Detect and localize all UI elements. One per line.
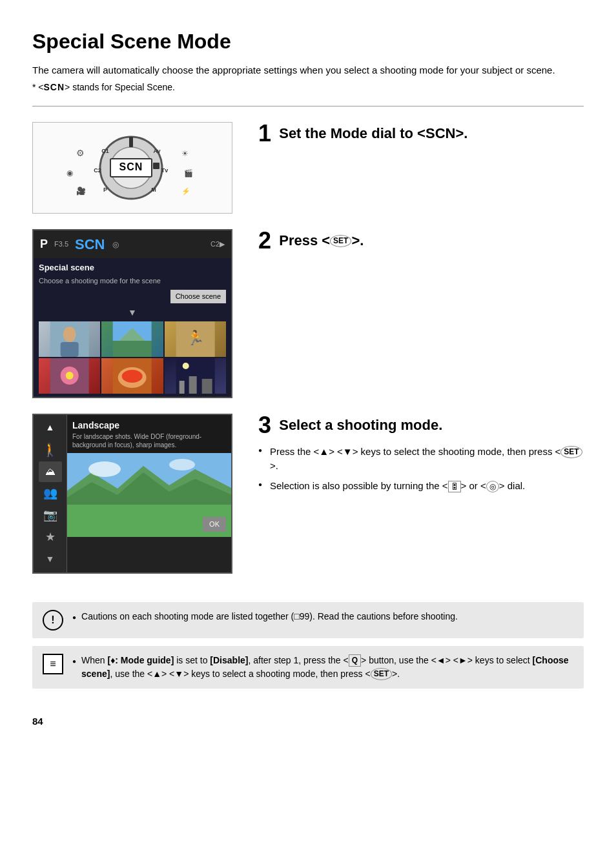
step-3-title: Select a shooting mode. (279, 416, 442, 432)
step-1-number: 1 (258, 122, 271, 145)
landscape-sidebar: ▲ 🚶 ⛰ 👥 📷 ★ ▼ (34, 415, 67, 572)
arrow-indicator: ▼ (39, 306, 226, 319)
step-3-bullets: Press the <▲> <▼> keys to select the sho… (258, 445, 584, 494)
ok-button[interactable]: OK (203, 517, 226, 532)
step-3-title-row: 3 Select a shooting mode. (258, 414, 584, 437)
step-3-bullet-2: Selection is also possible by turning th… (258, 479, 584, 494)
sidebar-icon-camera: 📷 (39, 505, 62, 526)
svg-point-29 (66, 372, 74, 379)
landscape-photo: OK (67, 453, 231, 537)
svg-text:P: P (103, 187, 107, 193)
set-key-step2: SET (330, 235, 351, 247)
caution-text: Cautions on each shooting mode are liste… (81, 610, 458, 623)
svg-text:C2: C2 (94, 167, 101, 174)
step-2-image: P F3.5 SCN ◎ C2▶ Special scene Choose a … (32, 229, 239, 398)
svg-text:⚙: ⚙ (76, 148, 85, 158)
info-icon: ≡ (43, 654, 63, 674)
svg-text:M: M (151, 187, 156, 193)
sidebar-icon-landscape: ⛰ (39, 461, 62, 482)
landscape-screen: ▲ 🚶 ⛰ 👥 📷 ★ ▼ Landscape For landscape sh… (32, 414, 232, 574)
landscape-info: Landscape For landscape shots. Wide DOF … (67, 415, 231, 453)
svg-text:Tv: Tv (161, 167, 169, 174)
page-title: Special Scene Mode (32, 26, 584, 57)
sidebar-arrow-down: ▼ (39, 549, 62, 570)
svg-rect-23 (113, 341, 152, 357)
set-key-step3a: SET (560, 446, 582, 458)
step-3-row: ▲ 🚶 ⛰ 👥 📷 ★ ▼ Landscape For landscape sh… (32, 414, 584, 574)
sidebar-icon-group: 👥 (39, 483, 62, 504)
thumb-night (165, 358, 226, 394)
info-content: When [♦: Mode guide] is set to [Disable]… (72, 654, 573, 681)
thumb-food (101, 358, 163, 394)
step-1-title: Set the Mode dial to <SCN>. (279, 125, 467, 141)
caution-content: Cautions on each shooting mode are liste… (72, 610, 573, 623)
divider (32, 106, 584, 106)
steps-container: A Av Tv M P C2 C1 SCN ⚙ ☀ ◉ 🎬 (32, 122, 584, 589)
svg-rect-37 (201, 379, 212, 394)
mode-circle: ◎ (112, 239, 119, 250)
thumb-portrait (39, 321, 100, 357)
sidebar-icon-person: 🚶 (39, 439, 62, 460)
svg-text:🎥: 🎥 (76, 186, 86, 196)
note-caution: ! Cautions on each shooting mode are lis… (32, 602, 584, 638)
sidebar-icon-star: ★ (39, 527, 62, 548)
mode-dial-svg: A Av Tv M P C2 C1 SCN ⚙ ☀ ◉ 🎬 (41, 130, 221, 201)
choose-scene-btn[interactable]: Choose scene (170, 290, 226, 303)
svg-rect-35 (179, 381, 184, 394)
scene-thumbnails: 🏃 (39, 321, 226, 394)
landscape-main: Landscape For landscape shots. Wide DOF … (67, 415, 231, 572)
svg-point-34 (182, 363, 189, 369)
scene-title: Special scene (39, 261, 226, 274)
step-1-content: 1 Set the Mode dial to <SCN>. (258, 122, 584, 153)
quick-dial-icon: ◎ (486, 481, 499, 492)
svg-point-20 (63, 327, 76, 342)
svg-point-43 (169, 459, 195, 470)
step-1-row: A Av Tv M P C2 C1 SCN ⚙ ☀ ◉ 🎬 (32, 122, 584, 214)
svg-text:SCN: SCN (119, 161, 143, 172)
mode-f: F3.5 (54, 239, 68, 250)
svg-text:🏃: 🏃 (187, 329, 205, 347)
step-3-content: 3 Select a shooting mode. Press the <▲> … (258, 414, 584, 499)
mode-c2: C2▶ (210, 239, 225, 250)
set-key-note: SET (371, 668, 392, 680)
svg-text:C1: C1 (101, 148, 109, 154)
caution-icon: ! (43, 610, 63, 631)
step-2-content: 2 Press <SET>. (258, 229, 584, 260)
q-key: Q (349, 654, 361, 667)
mode-p: P (40, 236, 48, 253)
step-2-number: 2 (258, 229, 271, 252)
intro-text: The camera will automatically choose the… (32, 63, 584, 78)
step-2-row: P F3.5 SCN ◎ C2▶ Special scene Choose a … (32, 229, 584, 398)
notes-section: ! Cautions on each shooting mode are lis… (32, 602, 584, 689)
svg-text:⚡: ⚡ (181, 187, 190, 196)
svg-text:☀: ☀ (181, 149, 189, 158)
mode-scn-display: SCN (75, 234, 105, 255)
camera-screen-step2: P F3.5 SCN ◎ C2▶ Special scene Choose a … (32, 229, 232, 398)
svg-text:Av: Av (153, 148, 160, 154)
step-2-title: Press <SET>. (279, 232, 364, 248)
screen-body: Special scene Choose a shooting mode for… (34, 258, 231, 397)
scn-abbr: SCN (44, 82, 65, 92)
step-1-image: A Av Tv M P C2 C1 SCN ⚙ ☀ ◉ 🎬 (32, 122, 239, 214)
scene-desc: Choose a shooting mode for the scene (39, 276, 226, 287)
svg-point-32 (122, 370, 143, 383)
screen-header: P F3.5 SCN ◎ C2▶ (34, 230, 231, 258)
svg-rect-12 (153, 163, 159, 169)
step-3-bullet-1: Press the <▲> <▼> keys to select the sho… (258, 445, 584, 474)
page-number: 84 (32, 714, 584, 729)
svg-point-42 (88, 461, 121, 477)
svg-text:A: A (129, 138, 134, 145)
svg-text:🎬: 🎬 (184, 168, 193, 177)
step-2-title-row: 2 Press <SET>. (258, 229, 584, 252)
step-3-image: ▲ 🚶 ⛰ 👥 📷 ★ ▼ Landscape For landscape sh… (32, 414, 239, 574)
step-1-img-box: A Av Tv M P C2 C1 SCN ⚙ ☀ ◉ 🎬 (32, 122, 232, 214)
caution-bullet: Cautions on each shooting mode are liste… (72, 610, 573, 623)
note-info: ≡ When [♦: Mode guide] is set to [Disabl… (32, 646, 584, 689)
landscape-title: Landscape (72, 419, 226, 432)
info-text: When [♦: Mode guide] is set to [Disable]… (81, 654, 573, 681)
svg-text:◉: ◉ (67, 168, 73, 177)
scn-note: * <SCN> stands for Special Scene. (32, 81, 584, 94)
step-1-title-row: 1 Set the Mode dial to <SCN>. (258, 122, 584, 145)
svg-rect-36 (189, 376, 196, 394)
landscape-desc: For landscape shots. Wide DOF (foregroun… (72, 432, 226, 449)
